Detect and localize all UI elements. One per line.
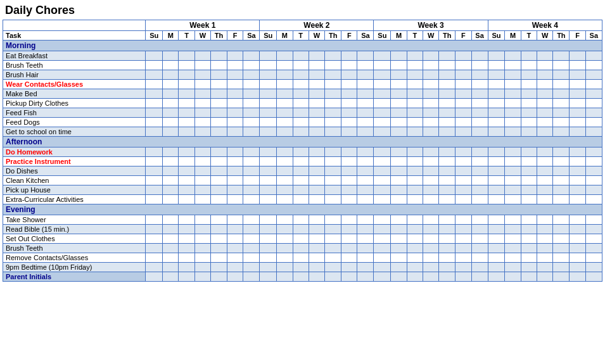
- day-cell[interactable]: [423, 70, 438, 80]
- day-cell[interactable]: [309, 195, 324, 204]
- day-cell[interactable]: [391, 51, 407, 61]
- day-cell[interactable]: [391, 80, 407, 89]
- day-cell[interactable]: [471, 108, 488, 118]
- day-cell[interactable]: [407, 157, 423, 166]
- day-cell[interactable]: [194, 108, 210, 118]
- day-cell[interactable]: [374, 185, 391, 195]
- day-cell[interactable]: [309, 89, 324, 99]
- day-cell[interactable]: [471, 157, 488, 166]
- day-cell[interactable]: [277, 80, 293, 89]
- day-cell[interactable]: [179, 99, 194, 108]
- day-cell[interactable]: [374, 253, 391, 263]
- day-cell[interactable]: [293, 244, 309, 253]
- day-cell[interactable]: [260, 263, 277, 272]
- day-cell[interactable]: [521, 215, 537, 225]
- day-cell[interactable]: [260, 195, 277, 204]
- day-cell[interactable]: [325, 108, 341, 118]
- day-cell[interactable]: [537, 147, 553, 157]
- day-cell[interactable]: [423, 99, 438, 108]
- day-cell[interactable]: [407, 80, 423, 89]
- day-cell[interactable]: [391, 127, 407, 137]
- day-cell[interactable]: [325, 80, 341, 89]
- day-cell[interactable]: [277, 176, 293, 185]
- day-cell[interactable]: [243, 61, 260, 70]
- day-cell[interactable]: [423, 253, 438, 263]
- day-cell[interactable]: [179, 234, 194, 244]
- day-cell[interactable]: [211, 195, 227, 204]
- day-cell[interactable]: [357, 89, 374, 99]
- day-cell[interactable]: [570, 166, 585, 176]
- day-cell[interactable]: [146, 244, 163, 253]
- day-cell[interactable]: [325, 51, 341, 61]
- day-cell[interactable]: [341, 80, 357, 89]
- day-cell[interactable]: [243, 195, 260, 204]
- day-cell[interactable]: [455, 185, 471, 195]
- day-cell[interactable]: [488, 263, 505, 272]
- day-cell[interactable]: [407, 244, 423, 253]
- day-cell[interactable]: [505, 147, 521, 157]
- day-cell[interactable]: [293, 195, 309, 204]
- day-cell[interactable]: [455, 108, 471, 118]
- day-cell[interactable]: [521, 157, 537, 166]
- day-cell[interactable]: [537, 61, 553, 70]
- day-cell[interactable]: [277, 157, 293, 166]
- day-cell[interactable]: [277, 263, 293, 272]
- day-cell[interactable]: [146, 234, 163, 244]
- day-cell[interactable]: [570, 176, 585, 185]
- day-cell[interactable]: [325, 147, 341, 157]
- day-cell[interactable]: [243, 147, 260, 157]
- day-cell[interactable]: [439, 127, 455, 137]
- day-cell[interactable]: [407, 166, 423, 176]
- day-cell[interactable]: [537, 263, 553, 272]
- day-cell[interactable]: [585, 215, 602, 225]
- day-cell[interactable]: [570, 195, 585, 204]
- day-cell[interactable]: [585, 70, 602, 80]
- day-cell[interactable]: [260, 108, 277, 118]
- day-cell[interactable]: [163, 215, 179, 225]
- day-cell[interactable]: [585, 127, 602, 137]
- parent-initials-cell[interactable]: [179, 272, 194, 282]
- day-cell[interactable]: [325, 166, 341, 176]
- day-cell[interactable]: [179, 51, 194, 61]
- day-cell[interactable]: [146, 157, 163, 166]
- day-cell[interactable]: [227, 176, 243, 185]
- day-cell[interactable]: [146, 118, 163, 127]
- day-cell[interactable]: [211, 253, 227, 263]
- day-cell[interactable]: [277, 253, 293, 263]
- day-cell[interactable]: [537, 215, 553, 225]
- day-cell[interactable]: [488, 185, 505, 195]
- day-cell[interactable]: [537, 195, 553, 204]
- day-cell[interactable]: [488, 108, 505, 118]
- day-cell[interactable]: [260, 99, 277, 108]
- day-cell[interactable]: [194, 244, 210, 253]
- day-cell[interactable]: [325, 253, 341, 263]
- day-cell[interactable]: [194, 234, 210, 244]
- day-cell[interactable]: [293, 263, 309, 272]
- day-cell[interactable]: [570, 70, 585, 80]
- day-cell[interactable]: [455, 215, 471, 225]
- day-cell[interactable]: [553, 89, 570, 99]
- day-cell[interactable]: [309, 51, 324, 61]
- day-cell[interactable]: [260, 127, 277, 137]
- day-cell[interactable]: [471, 215, 488, 225]
- day-cell[interactable]: [391, 195, 407, 204]
- day-cell[interactable]: [585, 234, 602, 244]
- day-cell[interactable]: [423, 108, 438, 118]
- day-cell[interactable]: [374, 99, 391, 108]
- day-cell[interactable]: [163, 157, 179, 166]
- day-cell[interactable]: [439, 225, 455, 234]
- day-cell[interactable]: [455, 195, 471, 204]
- day-cell[interactable]: [309, 263, 324, 272]
- parent-initials-cell[interactable]: [553, 272, 570, 282]
- day-cell[interactable]: [505, 80, 521, 89]
- day-cell[interactable]: [325, 70, 341, 80]
- parent-initials-cell[interactable]: [471, 272, 488, 282]
- day-cell[interactable]: [439, 99, 455, 108]
- day-cell[interactable]: [471, 118, 488, 127]
- day-cell[interactable]: [471, 70, 488, 80]
- day-cell[interactable]: [243, 80, 260, 89]
- day-cell[interactable]: [374, 51, 391, 61]
- day-cell[interactable]: [455, 244, 471, 253]
- day-cell[interactable]: [309, 80, 324, 89]
- day-cell[interactable]: [439, 89, 455, 99]
